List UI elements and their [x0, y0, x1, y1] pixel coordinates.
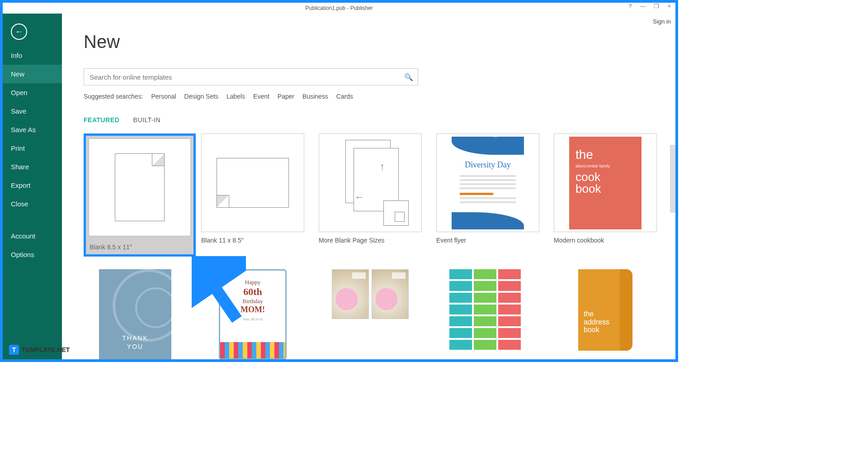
- template-caption: More Blank Page Sizes: [319, 237, 431, 244]
- search-input[interactable]: [84, 73, 400, 81]
- template-blank-portrait[interactable]: Blank 8.5 x 11": [84, 133, 196, 257]
- sidebar-item-close[interactable]: Close: [3, 195, 62, 213]
- bday-big: 60th: [220, 286, 285, 298]
- addrbook-l3: book: [584, 326, 627, 334]
- template-thumb: [201, 133, 304, 232]
- search-box: 🔍: [84, 68, 418, 86]
- template-thumb: ↑ ←: [319, 133, 422, 232]
- cookbook-line2: abercrombie family: [576, 164, 635, 168]
- addrbook-l2: address: [584, 318, 627, 326]
- template-thumb: THANKYOU: [84, 269, 187, 359]
- help-button[interactable]: ?: [628, 3, 632, 10]
- search-button[interactable]: 🔍: [400, 69, 418, 85]
- back-arrow-icon: ←: [15, 27, 23, 37]
- sidebar-item-options[interactable]: Options: [3, 245, 62, 264]
- flyer-preview: Diversity Day: [452, 137, 524, 229]
- addrbook-preview: the address book: [578, 269, 632, 351]
- close-button[interactable]: ×: [667, 3, 671, 10]
- template-more-sizes[interactable]: ↑ ← More Blank Page Sizes: [319, 133, 431, 257]
- template-thumb: Diversity Day: [436, 133, 539, 232]
- suggested-label: Suggested searches:: [84, 93, 143, 100]
- photocard-preview: [330, 269, 411, 328]
- template-labels[interactable]: [436, 269, 548, 359]
- back-button[interactable]: ←: [11, 24, 27, 40]
- search-icon: 🔍: [404, 73, 413, 81]
- sidebar-item-account[interactable]: Account: [3, 227, 62, 245]
- template-grid: Blank 8.5 x 11" Blank 11 x 8.5" ↑: [84, 133, 675, 359]
- bday-m1: Birthday: [220, 298, 285, 305]
- template-thumb: [89, 138, 191, 236]
- minimize-button[interactable]: —: [640, 3, 646, 10]
- template-thankyou[interactable]: THANKYOU: [84, 269, 196, 359]
- window-controls: ? — ❐ ×: [628, 3, 675, 10]
- watermark-badge: T: [9, 345, 19, 355]
- suggested-personal[interactable]: Personal: [151, 93, 176, 100]
- app-frame: Publication1.pub - Publisher ? — ❐ × ← I…: [0, 0, 678, 362]
- suggested-paper[interactable]: Paper: [278, 93, 294, 100]
- restore-button[interactable]: ❐: [654, 3, 659, 10]
- sidebar-item-info[interactable]: Info: [3, 46, 62, 65]
- tab-builtin[interactable]: BUILT-IN: [133, 116, 161, 124]
- arrow-left-icon: ←: [354, 191, 364, 203]
- template-blank-landscape[interactable]: Blank 11 x 8.5": [201, 133, 313, 257]
- cookbook-preview: the abercrombie family cook book: [569, 137, 642, 229]
- tab-featured[interactable]: FEATURED: [84, 116, 119, 124]
- bday-m2: MOM!: [220, 305, 285, 314]
- sidebar-item-saveas[interactable]: Save As: [3, 120, 62, 139]
- more-sizes-icon: ↑ ←: [332, 140, 409, 226]
- suggested-business[interactable]: Business: [302, 93, 328, 100]
- template-modern-cookbook[interactable]: the abercrombie family cook book Modern …: [554, 133, 666, 257]
- vertical-scrollbar[interactable]: [670, 145, 675, 213]
- titlebar: Publication1.pub - Publisher ? — ❐ ×: [3, 3, 675, 14]
- sidebar-item-share[interactable]: Share: [3, 157, 62, 176]
- cookbook-line3b: book: [576, 183, 635, 195]
- backstage-sidebar: ← Info New Open Save Save As Print Share…: [3, 14, 62, 359]
- template-thumb: the address book: [554, 269, 657, 351]
- template-caption: Event flyer: [436, 237, 548, 244]
- window-title: Publication1.pub - Publisher: [305, 5, 373, 11]
- flyer-title: Diversity Day: [452, 160, 524, 170]
- sidebar-item-print[interactable]: Print: [3, 139, 62, 157]
- suggested-cards[interactable]: Cards: [336, 93, 353, 100]
- addrbook-l1: the: [584, 310, 627, 318]
- cookbook-line3a: cook: [576, 171, 635, 183]
- thankyou-l2: YOU: [127, 343, 143, 350]
- sidebar-item-save[interactable]: Save: [3, 102, 62, 120]
- suggested-designsets[interactable]: Design Sets: [184, 93, 218, 100]
- bday-h: Happy: [220, 279, 285, 286]
- template-thumb: the abercrombie family cook book: [554, 133, 657, 232]
- template-caption: Modern cookbook: [554, 237, 666, 244]
- watermark: T TEMPLATE.NET: [9, 345, 70, 355]
- template-thumb: [436, 269, 539, 355]
- sidebar-item-new[interactable]: New: [3, 65, 62, 83]
- template-caption: Blank 8.5 x 11": [89, 241, 191, 252]
- main-pane: Sign in New 🔍 Suggested searches: Person…: [62, 14, 675, 359]
- template-caption: Blank 11 x 8.5": [201, 237, 313, 244]
- suggested-searches: Suggested searches: Personal Design Sets…: [84, 93, 675, 100]
- template-tabs: FEATURED BUILT-IN: [84, 116, 675, 124]
- template-photocard[interactable]: [319, 269, 431, 359]
- watermark-text: TEMPLATE.NET: [22, 346, 70, 353]
- bday-s: love, all of us: [220, 317, 285, 321]
- page-title: New: [84, 32, 675, 52]
- page-portrait-icon: [115, 153, 165, 221]
- sidebar-item-export[interactable]: Export: [3, 176, 62, 195]
- template-thumb: Happy 60th Birthday MOM! love, all of us: [201, 269, 304, 359]
- bday-preview: Happy 60th Birthday MOM! love, all of us: [219, 269, 287, 359]
- page-landscape-icon: [217, 158, 289, 208]
- cookbook-line1: the: [576, 148, 635, 162]
- labels-preview: [449, 269, 526, 355]
- template-birthday[interactable]: Happy 60th Birthday MOM! love, all of us: [201, 269, 313, 359]
- arrow-up-icon: ↑: [380, 161, 385, 172]
- template-addressbook[interactable]: the address book: [554, 269, 666, 359]
- suggested-labels[interactable]: Labels: [226, 93, 245, 100]
- thankyou-preview: THANKYOU: [99, 269, 171, 359]
- template-event-flyer[interactable]: Diversity Day Event flyer: [436, 133, 548, 257]
- signin-link[interactable]: Sign in: [653, 18, 671, 25]
- sidebar-item-open[interactable]: Open: [3, 83, 62, 102]
- template-thumb: [319, 269, 422, 328]
- suggested-event[interactable]: Event: [253, 93, 269, 100]
